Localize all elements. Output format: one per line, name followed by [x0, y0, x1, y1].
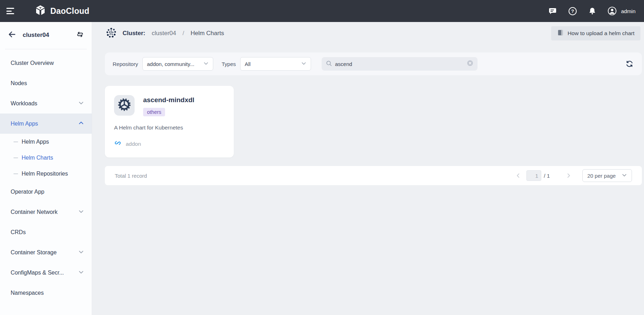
- sidebar-item-workloads[interactable]: Workloads: [0, 93, 92, 114]
- daocloud-logo-icon: [35, 5, 46, 17]
- search-icon: [326, 60, 332, 68]
- sidebar-item-helm-apps-group[interactable]: Helm Apps: [0, 114, 92, 134]
- brand-name: DaoCloud: [50, 6, 89, 16]
- chart-repo-link[interactable]: addon: [126, 141, 141, 147]
- user-menu[interactable]: admin: [608, 6, 635, 16]
- types-label: Types: [222, 61, 236, 67]
- page-size-select[interactable]: 20 per page: [582, 169, 632, 182]
- chevron-down-icon: [203, 61, 209, 67]
- messages-icon[interactable]: [548, 6, 557, 16]
- how-to-upload-button[interactable]: How to upload a helm chart: [551, 26, 640, 40]
- chevron-down-icon: [78, 209, 84, 216]
- helm-chart-icon-tile: [114, 95, 135, 116]
- sidebar-item-cluster-overview[interactable]: Cluster Overview: [0, 53, 92, 73]
- chevron-up-icon: [78, 120, 84, 127]
- top-navigation-bar: DaoCloud ? admin: [0, 0, 644, 22]
- chevron-down-icon: [78, 100, 84, 107]
- repository-select[interactable]: addon, community...: [142, 57, 213, 71]
- types-select[interactable]: All: [240, 57, 311, 71]
- breadcrumb-separator: /: [182, 30, 184, 37]
- filter-panel: Repository addon, community... Types All: [105, 52, 642, 75]
- prev-page-icon[interactable]: [514, 172, 522, 179]
- dash-icon: [13, 158, 18, 158]
- notifications-bell-icon[interactable]: [588, 6, 597, 16]
- back-arrow-icon[interactable]: [8, 30, 16, 40]
- username: admin: [621, 8, 635, 14]
- chart-name: ascend-mindxdl: [143, 96, 194, 104]
- clear-search-icon[interactable]: [467, 60, 473, 68]
- sidebar-item-container-storage[interactable]: Container Storage: [0, 242, 92, 262]
- chevron-down-icon: [622, 172, 627, 179]
- refresh-icon[interactable]: [625, 59, 634, 68]
- page-count: / 1: [544, 173, 550, 179]
- avatar: [608, 6, 617, 16]
- breadcrumb-page: Helm Charts: [191, 30, 224, 37]
- link-icon: [114, 139, 122, 148]
- sidebar-item-crds[interactable]: CRDs: [0, 222, 92, 242]
- divider: [5, 49, 87, 49]
- sidebar-item-helm-apps[interactable]: Helm Apps: [0, 134, 92, 150]
- menu-toggle-icon[interactable]: [6, 7, 16, 15]
- breadcrumb-prefix: Cluster:: [123, 30, 145, 37]
- chart-description: A Helm chart for Kubernetes: [114, 125, 225, 131]
- total-records: Total 1 record: [115, 173, 147, 179]
- main-content: Cluster: cluster04 / Helm Charts How to …: [92, 22, 644, 315]
- dash-icon: [13, 142, 18, 142]
- search-box: [322, 57, 478, 71]
- next-page-icon[interactable]: [565, 172, 572, 179]
- help-icon[interactable]: ?: [568, 6, 577, 16]
- svg-text:?: ?: [571, 9, 574, 14]
- brand[interactable]: DaoCloud: [35, 5, 89, 17]
- sidebar-item-namespaces[interactable]: Namespaces: [0, 283, 92, 303]
- how-to-upload-label: How to upload a helm chart: [567, 30, 634, 37]
- helm-gear-icon: [118, 98, 131, 113]
- chevron-down-icon: [78, 269, 84, 276]
- sidebar-item-helm-charts[interactable]: Helm Charts: [0, 150, 92, 166]
- sidebar-item-configmaps-secrets[interactable]: ConfigMaps & Secr...: [0, 262, 92, 283]
- cluster-name: cluster04: [23, 32, 49, 39]
- sidebar-item-helm-repositories[interactable]: Helm Repositories: [0, 166, 92, 182]
- book-icon: [557, 29, 564, 37]
- pagination-bar: Total 1 record 1 / 1 20 per page: [105, 166, 642, 185]
- sidebar: cluster04 Cluster Overview Nodes Workloa…: [0, 22, 92, 315]
- current-page-input[interactable]: 1: [526, 170, 541, 181]
- sidebar-item-operator-app[interactable]: Operator App: [0, 182, 92, 202]
- repository-label: Repository: [113, 61, 138, 67]
- search-input[interactable]: [335, 61, 467, 67]
- sidebar-item-container-network[interactable]: Container Network: [0, 202, 92, 222]
- breadcrumb-cluster[interactable]: cluster04: [152, 30, 176, 37]
- dash-icon: [13, 173, 18, 174]
- switch-cluster-icon[interactable]: [76, 31, 84, 40]
- breadcrumb: Cluster: cluster04 / Helm Charts How to …: [92, 22, 644, 45]
- cluster-dots-icon: [105, 26, 118, 40]
- sidebar-nav: Cluster Overview Nodes Workloads Helm Ap…: [0, 51, 92, 315]
- chevron-down-icon: [301, 61, 306, 67]
- sidebar-item-nodes[interactable]: Nodes: [0, 73, 92, 93]
- chart-category-badge: others: [143, 108, 165, 116]
- chevron-down-icon: [78, 249, 84, 256]
- helm-chart-card[interactable]: ascend-mindxdl others A Helm chart for K…: [105, 86, 234, 158]
